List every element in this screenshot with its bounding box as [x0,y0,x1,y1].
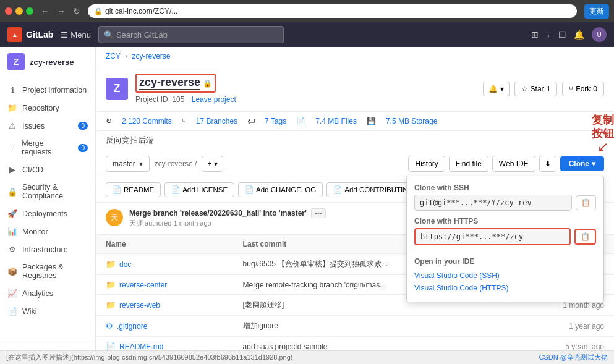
col-name: Name [96,235,233,254]
commit-user-avatar: 天 [106,209,123,226]
menu-label: Menu [70,30,91,40]
license-label: Add LICENSE [182,186,228,193]
clone-https-title: Clone with HTTPS [414,217,596,226]
download-button[interactable]: ⬇ [539,156,556,172]
license-icon: 📄 [171,185,180,194]
clone-dropdown-arrow: ▾ [592,159,595,168]
close-window-btn[interactable] [5,7,12,15]
notifications-icon[interactable]: 🔔 [574,30,584,40]
commit-author: 天涯 [129,219,143,227]
sidebar-item-label: Issues [22,122,45,130]
leave-project-link[interactable]: Leave project [192,95,236,104]
project-lock-badge: 🔒 [203,79,212,88]
web-ide-button[interactable]: Web IDE [492,156,535,172]
maximize-window-btn[interactable] [26,7,33,15]
sidebar-item-label: Deployments [22,210,67,218]
sidebar-item-monitor[interactable]: 📊 Monitor [0,222,95,240]
project-info-icon: ℹ [7,85,17,95]
infrastructure-icon: ⚙ [7,245,17,254]
clone-dropdown: Clone with SSH 📋 Clone with HTTPS 📋 Open… [406,176,604,302]
file-toolbar: master ▾ zcy-reverse / + ▾ History Find … [96,151,614,177]
file-name-link[interactable]: 📁 doc [106,260,223,269]
sidebar-item-wiki[interactable]: 📄 Wiki [0,302,95,320]
clone-ssh-title: Clone with SSH [414,184,596,192]
project-title-row: Z zcy-reverse 🔒 Project ID: 105 Leave pr… [106,74,604,104]
gitlab-logo[interactable]: ▲ GitLab [7,27,53,42]
project-title: zcy-reverse [139,76,200,90]
find-file-button[interactable]: Find file [449,156,488,172]
refresh-button[interactable]: 更新 [584,4,609,19]
new-item-icon[interactable]: ⊞ [531,30,539,40]
minimize-window-btn[interactable] [15,7,23,15]
back-arrow[interactable]: ← [38,5,52,17]
gitlab-fox-icon: ▲ [7,27,22,42]
merge-request-icon[interactable]: ⑂ [546,30,551,40]
branches-icon: ⑂ [182,117,186,125]
search-placeholder: Search GitLab [116,30,168,40]
sidebar-item-merge-requests[interactable]: ⑂ Merge requests 0 [0,135,95,161]
breadcrumb-zcy-reverse[interactable]: zcy-reverse [132,52,170,61]
clone-https-row: 📋 [414,228,596,245]
reload-arrow[interactable]: ↻ [70,5,83,17]
header-icons: ⊞ ⑂ ☐ 🔔 U [531,27,607,42]
sidebar-item-label: Wiki [22,307,37,316]
branches-link[interactable]: 17 Branches [196,117,237,125]
user-avatar[interactable]: U [592,27,607,42]
forward-arrow[interactable]: → [54,5,68,17]
file-name-link[interactable]: ⚙ .gitignore [106,321,223,331]
breadcrumb-zcy[interactable]: ZCY [106,52,121,61]
copy-ssh-button[interactable]: 📋 [576,195,596,210]
menu-button[interactable]: ☰ Menu [61,30,91,40]
sidebar-item-issues[interactable]: ⚠ Issues 0 [0,117,95,135]
sidebar-item-repository[interactable]: 📁 Repository [0,99,95,117]
project-id-row: Project ID: 105 Leave project [135,95,236,104]
fork-label: Fork [576,85,591,93]
commits-link[interactable]: 2,120 Commits [122,117,172,125]
header-search[interactable]: 🔍 Search GitLab [98,26,284,43]
history-button[interactable]: History [408,156,445,172]
sidebar-item-packages[interactable]: 📦 Packages & Registries [0,258,95,284]
clone-button[interactable]: Clone ▾ [560,156,604,171]
file-name-link[interactable]: 📁 reverse-center [106,280,223,289]
file-type-icon: 📄 [106,342,116,351]
fork-button[interactable]: ⑂ Fork 0 [562,82,604,96]
add-file-button[interactable]: + ▾ [202,156,223,172]
search-icon: 🔍 [104,30,114,40]
clone-ssh-input[interactable] [414,195,572,211]
branch-selector[interactable]: master ▾ [106,156,150,172]
tags-link[interactable]: 7 Tags [265,117,286,125]
vscode-ssh-option[interactable]: Visual Studio Code (SSH) [414,269,596,282]
sidebar-item-cicd[interactable]: ▶ CI/CD [0,161,95,179]
sidebar-item-security[interactable]: 🔒 Security & Compliance [0,179,95,205]
file-name-link[interactable]: 📁 reverse-web [106,300,223,310]
sidebar-item-infrastructure[interactable]: ⚙ Infrastructure [0,240,95,258]
sidebar-item-label: Project information [22,86,87,95]
address-bar[interactable]: 🔒 git.cai-inc.com/ZCY/... [88,4,577,18]
issues-icon[interactable]: ☐ [558,30,566,40]
storage-size: 7.5 MB Storage [386,117,437,125]
ssl-lock-icon: 🔒 [94,7,103,15]
notifications-toggle-btn[interactable]: 🔔 ▾ [483,82,509,96]
commit-more-button[interactable]: ••• [311,208,326,218]
sidebar-item-label: CI/CD [22,166,43,174]
add-changelog-button[interactable]: 📄 Add CHANGELOG [238,182,323,197]
sidebar-item-analytics[interactable]: 📈 Analytics [0,284,95,302]
readme-button[interactable]: 📄 README [106,182,161,197]
file-type-icon: 📁 [106,280,116,289]
sidebar-item-label: Analytics [22,289,53,298]
sidebar-project-header[interactable]: Z zcy-reverse [0,47,95,77]
branch-path: zcy-reverse / [155,159,197,168]
file-type-icon: ⚙ [106,321,113,331]
file-name-link[interactable]: 📄 README.md [106,342,223,351]
sidebar-project-name: zcy-reverse [30,57,74,67]
clone-https-input[interactable] [414,228,571,245]
sidebar-item-project-info[interactable]: ℹ Project information [0,81,95,99]
sidebar-item-deployments[interactable]: 🚀 Deployments [0,205,95,222]
star-button[interactable]: ☆ Star 1 [514,82,558,96]
vscode-https-option[interactable]: Visual Studio Code (HTTPS) [414,282,596,294]
changelog-icon: 📄 [245,185,254,194]
bottom-bar-right: CSDN @辛壳测试大佬 [539,353,608,362]
browser-chrome: ← → ↻ 🔒 git.cai-inc.com/ZCY/... 更新 [0,0,614,22]
copy-https-button[interactable]: 📋 [574,229,596,245]
add-license-button[interactable]: 📄 Add LICENSE [164,182,234,197]
